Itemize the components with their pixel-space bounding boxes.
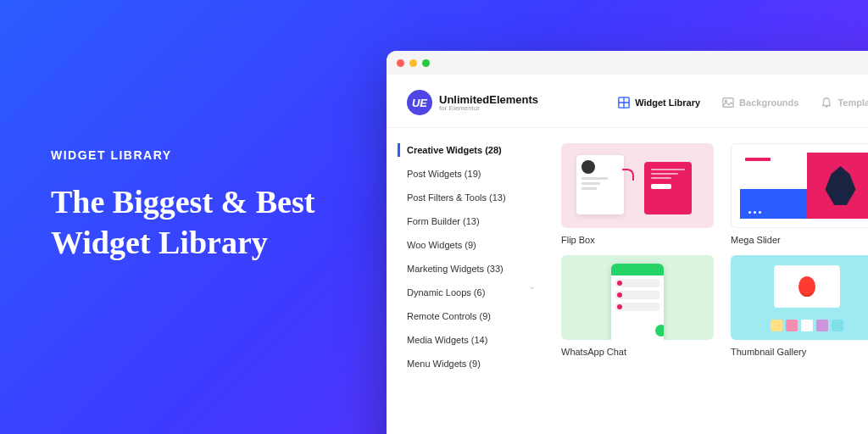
headline: The Biggest & Best Widget Library — [51, 182, 373, 263]
tab-label: Templates — [837, 97, 868, 108]
thumbnail — [561, 143, 714, 228]
sidebar-item-dynamic[interactable]: Dynamic Loops (6) — [407, 286, 541, 299]
eyebrow: WIDGET LIBRARY — [51, 148, 373, 162]
sidebar-item-post[interactable]: Post Widgets (19) — [407, 167, 541, 181]
sidebar-item-filters[interactable]: Post Filters & Tools (13) — [407, 191, 541, 204]
tab-label: Widget Library — [635, 97, 700, 108]
minimize-icon[interactable] — [409, 59, 417, 67]
widget-card-flipbox[interactable]: Flip Box — [561, 143, 714, 245]
tabs: Widget Library Backgrounds Templates — [618, 97, 868, 108]
widget-title: Flip Box — [561, 235, 714, 245]
thumbnail — [561, 255, 714, 340]
app-window: UE UnlimitedElements for Elementor Widge… — [387, 51, 868, 434]
thumbnail — [731, 143, 868, 228]
maximize-icon[interactable] — [422, 59, 430, 67]
svg-point-4 — [725, 100, 726, 102]
widget-title: Mega Slider — [731, 235, 868, 245]
widget-card-thumbnail[interactable]: Thumbnail Gallery — [731, 255, 868, 357]
topbar: UE UnlimitedElements for Elementor Widge… — [387, 75, 868, 128]
widget-title: WhatsApp Chat — [561, 347, 714, 357]
grid-icon — [618, 97, 630, 108]
brand-name: UnlimitedElements — [439, 94, 538, 105]
sidebar-item-marketing[interactable]: Marketing Widgets (33) — [407, 262, 541, 275]
hero-text: WIDGET LIBRARY The Biggest & Best Widget… — [51, 148, 373, 263]
image-icon — [722, 97, 734, 108]
tab-widget-library[interactable]: Widget Library — [618, 97, 700, 108]
tab-templates[interactable]: Templates — [821, 97, 868, 108]
logo-badge-icon: UE — [407, 90, 432, 115]
sidebar-item-form[interactable]: Form Builder (13) — [407, 214, 541, 228]
widget-grid: Flip Box Mega Slider WhatsApp Chat T — [541, 128, 868, 434]
chevron-down-icon[interactable]: ⌄ — [528, 281, 536, 292]
widget-card-megaslider[interactable]: Mega Slider — [731, 143, 868, 245]
thumbnail — [731, 255, 868, 340]
window-chrome — [387, 51, 868, 75]
sidebar-item-creative[interactable]: Creative Widgets (28) — [398, 143, 541, 157]
sidebar-item-remote[interactable]: Remote Controls (9) — [407, 309, 541, 323]
sidebar-item-media[interactable]: Media Widgets (14) — [407, 333, 541, 347]
body: Creative Widgets (28) Post Widgets (19) … — [387, 128, 868, 434]
sidebar: Creative Widgets (28) Post Widgets (19) … — [387, 128, 541, 434]
close-icon[interactable] — [397, 59, 404, 67]
sidebar-item-woo[interactable]: Woo Widgets (9) — [407, 238, 541, 252]
brand-sub: for Elementor — [439, 105, 538, 112]
widget-card-whatsapp[interactable]: WhatsApp Chat — [561, 255, 714, 357]
tab-backgrounds[interactable]: Backgrounds — [722, 97, 798, 108]
brand-logo[interactable]: UE UnlimitedElements for Elementor — [407, 90, 538, 115]
tab-label: Backgrounds — [739, 97, 798, 108]
widget-title: Thumbnail Gallery — [731, 347, 868, 357]
sidebar-item-menu[interactable]: Menu Widgets (9) — [407, 357, 541, 370]
bell-icon — [821, 97, 832, 108]
